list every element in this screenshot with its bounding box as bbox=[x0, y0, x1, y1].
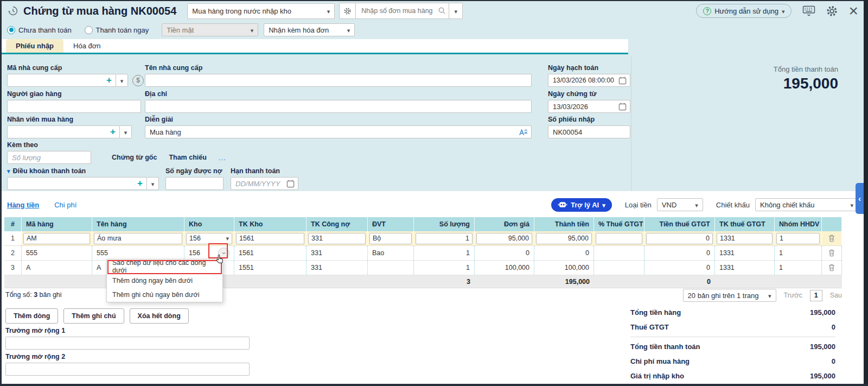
add-terms-icon[interactable] bbox=[137, 178, 143, 189]
cell[interactable] bbox=[594, 246, 644, 260]
cell[interactable]: 555 bbox=[22, 246, 92, 260]
cell[interactable] bbox=[594, 261, 644, 275]
cell[interactable]: 1 bbox=[414, 246, 475, 260]
tab-goods[interactable]: Hàng tiền bbox=[7, 201, 39, 209]
attached-qty-input[interactable] bbox=[7, 151, 91, 164]
receipt-no-input[interactable] bbox=[548, 125, 630, 138]
current-page[interactable]: 1 bbox=[810, 290, 822, 301]
warehouse-select[interactable]: 156 bbox=[186, 233, 232, 244]
prev-page-button[interactable]: Trước bbox=[784, 292, 802, 299]
cell[interactable]: 1561 bbox=[234, 246, 307, 260]
search-icon[interactable] bbox=[438, 7, 446, 17]
delete-all-rows-button[interactable]: Xóa hết dòng bbox=[130, 308, 189, 324]
delete-row-icon[interactable] bbox=[824, 235, 840, 242]
cell[interactable]: 1331 bbox=[715, 261, 775, 275]
cell-input[interactable]: 0 bbox=[646, 233, 713, 244]
ext-field-1-input[interactable] bbox=[5, 337, 250, 350]
cell-input[interactable] bbox=[596, 233, 642, 244]
calendar-icon[interactable] bbox=[618, 103, 627, 113]
tab-invoice[interactable]: Hóa đơn bbox=[63, 39, 110, 53]
cell[interactable]: 1331 bbox=[715, 246, 775, 260]
add-row-button[interactable]: Thêm dòng bbox=[5, 308, 58, 324]
cell-input[interactable]: 95,000 bbox=[476, 233, 532, 244]
calendar-icon[interactable] bbox=[618, 77, 627, 87]
cell[interactable]: A bbox=[22, 261, 92, 275]
cell[interactable]: Bao bbox=[368, 246, 414, 260]
ext-field-2-input[interactable] bbox=[5, 363, 250, 376]
cell-input[interactable]: Áo mưa bbox=[94, 233, 182, 244]
supplier-name-input[interactable] bbox=[145, 74, 532, 87]
tab-receipt[interactable]: Phiếu nhập bbox=[6, 39, 63, 53]
currency-select[interactable]: VND bbox=[657, 198, 703, 211]
po-search-dropdown-button[interactable] bbox=[449, 3, 463, 19]
delete-row-icon[interactable] bbox=[826, 249, 837, 257]
settings-button[interactable] bbox=[826, 5, 838, 17]
cell[interactable]: 0 bbox=[534, 246, 594, 260]
more-options-link[interactable]: ... bbox=[219, 154, 226, 162]
cell-input[interactable]: Bộ bbox=[369, 233, 412, 244]
translate-icon[interactable] bbox=[519, 128, 528, 138]
delete-row-icon[interactable] bbox=[826, 264, 837, 271]
next-page-button[interactable]: Sau bbox=[830, 292, 842, 299]
radio-pay-now[interactable]: Thanh toán ngay bbox=[85, 26, 149, 34]
cell[interactable]: 100,000 bbox=[534, 261, 594, 275]
help-button[interactable]: Hướng dẫn sử dụng bbox=[696, 4, 792, 18]
history-icon[interactable] bbox=[7, 5, 19, 17]
add-supplier-icon[interactable] bbox=[106, 75, 112, 86]
cell-input[interactable]: 1 bbox=[776, 233, 820, 244]
menu-item-add-note-below[interactable]: Thêm ghi chú ngay bên dưới bbox=[107, 288, 222, 302]
page-size-select[interactable]: 20 bản ghi trên 1 trang bbox=[683, 289, 776, 302]
cell[interactable]: 100,000 bbox=[475, 261, 534, 275]
address-input[interactable] bbox=[145, 100, 532, 113]
cell-input[interactable]: 1561 bbox=[236, 233, 304, 244]
menu-item-add-row-below[interactable]: Thêm dòng ngay bên dưới bbox=[107, 274, 222, 288]
table-row: 2 555 555 156 1561 331 Bao 1 0 0 0 1331 … bbox=[4, 246, 842, 261]
supplier-code-input[interactable] bbox=[7, 74, 116, 87]
menu-item-copy-down[interactable]: Sao chép dữ liệu cho các dòng dưới bbox=[107, 260, 222, 274]
collapse-icon[interactable] bbox=[7, 167, 13, 175]
cell[interactable]: 1 bbox=[775, 261, 822, 275]
payment-terms-input[interactable] bbox=[7, 177, 147, 190]
window-border-bottom[interactable] bbox=[0, 384, 868, 386]
invoice-receive-select[interactable]: Nhận kèm hóa đơn bbox=[264, 23, 355, 36]
add-note-button[interactable]: Thêm ghi chú bbox=[63, 308, 124, 324]
cell-input[interactable]: 1 bbox=[416, 233, 473, 244]
window-scrollbar-right[interactable] bbox=[864, 0, 868, 386]
close-button[interactable] bbox=[848, 3, 858, 19]
cell[interactable]: 331 bbox=[307, 246, 368, 260]
collapse-panel-tab[interactable] bbox=[856, 183, 864, 214]
cell[interactable]: 156 bbox=[184, 246, 234, 260]
cell-input[interactable]: 1331 bbox=[717, 233, 773, 244]
cell[interactable] bbox=[368, 261, 414, 275]
description-input[interactable] bbox=[145, 125, 532, 138]
calendar-icon[interactable] bbox=[286, 180, 295, 190]
cell[interactable]: 0 bbox=[644, 261, 715, 275]
supplier-balance-icon[interactable] bbox=[132, 75, 144, 86]
doc-type-select[interactable]: Mua hàng trong nước nhập kho bbox=[187, 3, 335, 19]
cash-method-select[interactable]: Tiền mặt bbox=[162, 23, 258, 36]
buyer-input[interactable] bbox=[7, 125, 120, 138]
deliverer-input[interactable] bbox=[7, 100, 141, 113]
add-buyer-icon[interactable] bbox=[110, 126, 116, 137]
cell[interactable]: 331 bbox=[307, 261, 368, 275]
cell[interactable]: 1 bbox=[414, 261, 475, 275]
debt-days-input[interactable] bbox=[165, 177, 224, 190]
buyer-dropdown[interactable] bbox=[120, 125, 132, 138]
tab-cost[interactable]: Chi phí bbox=[54, 201, 76, 209]
discount-select[interactable]: Không chiết khấu bbox=[755, 198, 858, 211]
cell[interactable]: 1551 bbox=[234, 261, 307, 275]
supplier-code-dropdown[interactable] bbox=[116, 74, 128, 87]
radio-unpaid[interactable]: Chưa thanh toán bbox=[7, 26, 72, 34]
shortcut-keyboard-button[interactable] bbox=[802, 5, 815, 16]
search-settings-button[interactable] bbox=[339, 3, 356, 19]
cell[interactable]: 1 bbox=[775, 246, 822, 260]
po-search-input[interactable] bbox=[356, 3, 449, 19]
ai-assistant-button[interactable]: Trợ lý AI bbox=[551, 198, 612, 212]
cell-input[interactable]: 331 bbox=[308, 233, 366, 244]
cell[interactable]: 555 bbox=[92, 246, 184, 260]
cell-input[interactable]: 95,000 bbox=[536, 233, 592, 244]
cell[interactable]: 0 bbox=[475, 246, 534, 260]
cell-input[interactable]: AM bbox=[23, 233, 90, 244]
cell[interactable]: 0 bbox=[644, 246, 715, 260]
payment-terms-dropdown[interactable] bbox=[147, 177, 159, 190]
